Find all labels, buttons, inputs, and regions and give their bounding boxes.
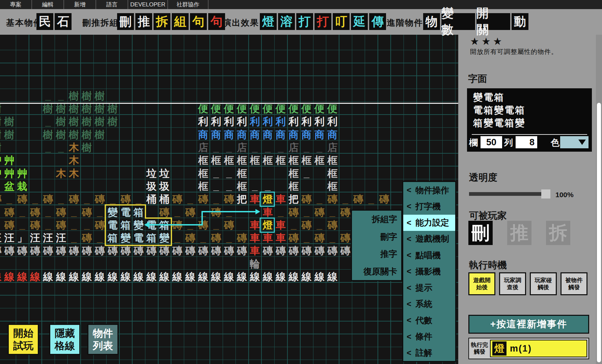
toolbar-tile-button[interactable]: 推	[135, 13, 152, 30]
grid-tile[interactable]: 便	[313, 103, 326, 116]
grid-tile[interactable]: 線	[80, 270, 93, 283]
grid-tile[interactable]: 框	[326, 167, 339, 180]
toolbar-tile-button[interactable]: 拆	[154, 13, 170, 30]
toolbar-tile-button[interactable]: 句	[190, 13, 207, 30]
grid-tile[interactable]: 磚	[16, 245, 29, 257]
grid-tile[interactable]: _	[3, 193, 16, 206]
grid-tile[interactable]: 磚	[287, 206, 300, 219]
grid-tile[interactable]: 樹	[80, 141, 93, 154]
grid-tile[interactable]: 電	[106, 219, 119, 232]
grid-tile[interactable]: 商	[248, 128, 261, 141]
grid-tile[interactable]: _	[248, 141, 261, 154]
grid-tile[interactable]: 便	[197, 103, 210, 116]
timing-option-button[interactable]: 遊戲開始後	[468, 272, 495, 295]
grid-tile[interactable]: _	[222, 180, 235, 193]
grid-tile[interactable]: 磚	[313, 206, 326, 219]
grid-tile[interactable]: 栽	[16, 180, 29, 193]
grid-tile[interactable]: 磚	[93, 219, 106, 232]
grid-tile[interactable]: 樹	[106, 103, 119, 116]
grid-tile[interactable]: 磚	[171, 193, 184, 206]
hide-gridlines-button[interactable]: 隱藏格線	[49, 324, 80, 355]
grid-tile[interactable]: _	[210, 167, 222, 180]
grid-tile[interactable]: _	[132, 193, 145, 206]
submenu-item[interactable]: 刪字	[352, 228, 401, 246]
grid-tile[interactable]: 木	[55, 167, 67, 180]
toolbar-tile-button[interactable]: 延	[351, 13, 368, 30]
grid-tile[interactable]: 磚	[55, 206, 67, 219]
grid-tile[interactable]: 線	[132, 270, 145, 283]
menu-item-2[interactable]: 編輯	[32, 0, 64, 9]
grid-tile[interactable]: _	[210, 141, 222, 154]
grid-tile[interactable]: _	[300, 232, 313, 245]
grid-tile[interactable]: 利	[287, 116, 300, 128]
grid-tile[interactable]: 把	[236, 193, 248, 206]
grid-tile[interactable]: _	[222, 141, 235, 154]
grid-tile[interactable]: 框	[236, 180, 248, 193]
grid-tile[interactable]: 框	[197, 154, 210, 167]
grid-tile[interactable]: 磚	[3, 245, 16, 257]
toolbar-tile-button[interactable]: 打	[314, 13, 331, 30]
grid-tile[interactable]: 磚	[236, 232, 248, 245]
columns-input[interactable]: 50	[481, 136, 502, 148]
grid-tile[interactable]: _	[326, 232, 339, 245]
grid-tile[interactable]: 磚	[210, 206, 222, 219]
grid-tile[interactable]: _	[42, 116, 54, 128]
context-menu-item[interactable]: <物件操作	[403, 182, 455, 198]
grid-tile[interactable]: _	[67, 219, 80, 232]
grid-tile[interactable]: 車	[274, 219, 287, 232]
grid-tile[interactable]: _	[287, 219, 300, 232]
grid-tile[interactable]: 汪	[0, 232, 3, 245]
grid-tile[interactable]: 樹	[93, 116, 106, 128]
grid-tile[interactable]: 磚	[0, 245, 3, 257]
grid-tile[interactable]: 商	[236, 128, 248, 141]
grid-tile[interactable]: 商	[222, 128, 235, 141]
grid-tile[interactable]: 木	[67, 167, 80, 180]
grid-tile[interactable]: 箱	[145, 232, 158, 245]
grid-tile[interactable]: 利	[300, 116, 313, 128]
start-playtest-button[interactable]: 開始試玩	[8, 324, 39, 355]
grid-tile[interactable]: 便	[261, 103, 274, 116]
grid-tile[interactable]: 線	[0, 270, 3, 283]
grid-tile[interactable]: 磚	[313, 232, 326, 245]
grid-tile[interactable]: _	[42, 219, 54, 232]
grid-tile[interactable]: 線	[145, 270, 158, 283]
menu-item-3[interactable]: 新增	[64, 0, 96, 9]
grid-tile[interactable]: _	[93, 206, 106, 219]
rows-input[interactable]: 8	[516, 136, 537, 148]
grid-tile[interactable]: 框	[222, 154, 235, 167]
sidebar-scrollbar[interactable]	[596, 35, 602, 364]
grid-tile[interactable]: 變	[132, 219, 145, 232]
grid-tile[interactable]: 磚	[29, 245, 42, 257]
context-menu-item[interactable]: <攝影機	[403, 263, 455, 279]
context-menu-item[interactable]: <提示	[403, 280, 455, 296]
grid-tile[interactable]: 便	[236, 103, 248, 116]
grid-tile[interactable]: 線	[236, 270, 248, 283]
grid-tile[interactable]: 磚	[274, 245, 287, 257]
grid-tile[interactable]: _	[55, 193, 67, 206]
grid-tile[interactable]: 磚	[339, 232, 352, 245]
grid-tile[interactable]: 便	[248, 103, 261, 116]
grid-tile[interactable]: 店	[326, 141, 339, 154]
grid-tile[interactable]: 商	[274, 128, 287, 141]
grid-tile[interactable]: 圾	[145, 180, 158, 193]
grid-tile[interactable]: 木	[67, 141, 80, 154]
context-menu-item[interactable]: <條件	[403, 328, 455, 344]
grid-tile[interactable]: _	[313, 193, 326, 206]
menu-item-4[interactable]: 語言	[96, 0, 128, 9]
grid-tile[interactable]: 樹	[67, 103, 80, 116]
grid-tile[interactable]: 車	[248, 245, 261, 257]
grid-tile[interactable]: 店	[287, 141, 300, 154]
grid-tile[interactable]: _	[80, 219, 93, 232]
grid-tile[interactable]: 樹	[93, 103, 106, 116]
grid-tile[interactable]: 磚	[236, 245, 248, 257]
grid-tile[interactable]: 線	[261, 270, 274, 283]
grid-tile[interactable]: _	[222, 167, 235, 180]
grid-tile[interactable]: 利	[197, 116, 210, 128]
grid-tile[interactable]: 商	[261, 128, 274, 141]
grid-tile[interactable]: 磚	[326, 219, 339, 232]
add-event-button[interactable]: +按這裡新增事件	[468, 315, 589, 334]
grid-tile[interactable]: 磚	[42, 245, 54, 257]
grid-tile[interactable]: 便	[274, 103, 287, 116]
grid-tile[interactable]: 磚	[326, 193, 339, 206]
grid-tile[interactable]: 線	[274, 270, 287, 283]
